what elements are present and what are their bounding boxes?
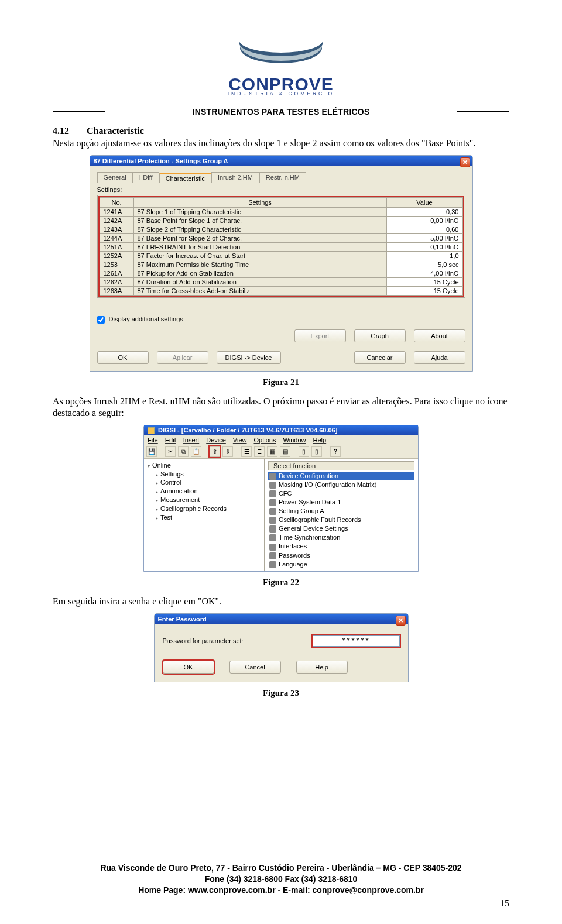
table-row[interactable]: 1252A87 Factor for Increas. of Char. at … bbox=[100, 252, 462, 260]
cell-value[interactable]: 15 Cycle bbox=[386, 278, 462, 287]
menu-window[interactable]: Window bbox=[283, 437, 306, 444]
export-button[interactable]: Export bbox=[294, 329, 346, 342]
password-title: Enter Password bbox=[158, 616, 207, 623]
cell-no: 1243A bbox=[100, 225, 133, 234]
table-row[interactable]: 1263A87 Time for Cross-block Add-on Stab… bbox=[100, 287, 462, 296]
copy-icon[interactable]: ⧉ bbox=[178, 446, 189, 457]
cell-value[interactable]: 0,60 bbox=[386, 225, 462, 234]
tab-general[interactable]: General bbox=[97, 172, 133, 183]
password-input[interactable] bbox=[313, 635, 400, 647]
tab-idiff[interactable]: I-Diff bbox=[133, 172, 159, 183]
send-to-device-icon[interactable]: ⇪ bbox=[210, 446, 220, 457]
table-row[interactable]: 1242A87 Base Point for Slope 1 of Charac… bbox=[100, 217, 462, 225]
col-value: Value bbox=[386, 198, 462, 208]
aplicar-button[interactable]: Aplicar bbox=[157, 351, 208, 364]
mid-paragraph-1: As opções Inrush 2HM e Rest. nHM não são… bbox=[53, 396, 509, 419]
table-row[interactable]: 1261A87 Pickup for Add-on Stabilization4… bbox=[100, 269, 462, 278]
list-item[interactable]: Passwords bbox=[268, 551, 414, 560]
cell-no: 1241A bbox=[100, 208, 133, 217]
cell-value[interactable]: 0,30 bbox=[386, 208, 462, 217]
list-icon[interactable]: ≣ bbox=[254, 446, 265, 457]
cell-setting: 87 Factor for Increas. of Char. at Start bbox=[133, 252, 386, 260]
tab-characteristic[interactable]: Characteristic bbox=[159, 173, 211, 183]
list-item[interactable]: Time Synchronization bbox=[268, 533, 414, 542]
tree-icon[interactable]: ☰ bbox=[241, 446, 252, 457]
list-item[interactable]: Device Configuration bbox=[268, 472, 414, 480]
menu-view[interactable]: View bbox=[233, 437, 247, 444]
paste-icon[interactable]: 📋 bbox=[191, 446, 201, 457]
close-icon[interactable]: ✕ bbox=[460, 157, 470, 167]
password-cancel-button[interactable]: Cancel bbox=[229, 661, 281, 674]
cell-value[interactable]: 0,10 I/InO bbox=[386, 243, 462, 252]
cell-value[interactable]: 4,00 I/InO bbox=[386, 269, 462, 278]
footer-line-1: Rua Visconde de Ouro Preto, 77 - Bairro … bbox=[53, 863, 509, 874]
menu-insert[interactable]: Insert bbox=[183, 437, 200, 444]
about-button[interactable]: About bbox=[414, 329, 465, 342]
list-item[interactable]: Interfaces bbox=[268, 542, 414, 551]
item-icon bbox=[269, 534, 276, 541]
cell-setting: 87 Time for Cross-block Add-on Stabiliz. bbox=[133, 287, 386, 296]
cell-value[interactable]: 5,00 I/InO bbox=[386, 234, 462, 243]
list-item[interactable]: CFC bbox=[268, 489, 414, 498]
download-icon[interactable]: ⇩ bbox=[222, 446, 233, 457]
cell-value[interactable]: 5,0 sec bbox=[386, 260, 462, 269]
password-ok-button[interactable]: OK bbox=[163, 661, 214, 674]
digsi-window: DIGSI - [Carvalho / Folder / 7UT613 V4.6… bbox=[143, 425, 419, 572]
table-row[interactable]: 1241A87 Slope 1 of Tripping Characterist… bbox=[100, 208, 462, 217]
password-label: Password for parameter set: bbox=[163, 637, 302, 644]
graph-icon[interactable]: ▤ bbox=[280, 446, 290, 457]
item-icon bbox=[269, 499, 276, 506]
page-footer: Rua Visconde de Ouro Preto, 77 - Bairro … bbox=[53, 861, 509, 909]
dialog-title: 87 Differential Protection - Settings Gr… bbox=[94, 157, 228, 164]
matrix-icon[interactable]: ▦ bbox=[267, 446, 277, 457]
digsi-tree[interactable]: OnlineSettingsControlAnnunciationMeasure… bbox=[144, 459, 265, 571]
list-item[interactable]: General Device Settings bbox=[268, 524, 414, 533]
close-icon[interactable]: ✕ bbox=[396, 616, 406, 626]
table-row[interactable]: 1251A87 I-RESTRAINT for Start Detection0… bbox=[100, 243, 462, 252]
table-row[interactable]: 125387 Maximum Permissible Starting Time… bbox=[100, 260, 462, 269]
display-additional-checkbox[interactable] bbox=[97, 316, 105, 324]
ajuda-button[interactable]: Ajuda bbox=[414, 351, 465, 364]
tab-restr[interactable]: Restr. n.HM bbox=[259, 172, 306, 183]
table-row[interactable]: 1243A87 Slope 2 of Tripping Characterist… bbox=[100, 225, 462, 234]
list-item[interactable]: Power System Data 1 bbox=[268, 498, 414, 507]
menu-edit[interactable]: Edit bbox=[165, 437, 176, 444]
tree-item[interactable]: Measurement bbox=[156, 496, 261, 504]
help-icon[interactable]: ? bbox=[330, 446, 341, 457]
settings-grid[interactable]: No. Settings Value 1241A87 Slope 1 of Tr… bbox=[98, 196, 464, 297]
cell-value[interactable]: 1,0 bbox=[386, 252, 462, 260]
tab-inrush[interactable]: Inrush 2.HM bbox=[211, 172, 259, 183]
figure-23-label: Figura 23 bbox=[53, 688, 509, 698]
stop-icon[interactable]: ▯ bbox=[311, 446, 322, 457]
list-item[interactable]: Language bbox=[268, 560, 414, 569]
tree-item[interactable]: Settings bbox=[156, 470, 261, 479]
table-row[interactable]: 1262A87 Duration of Add-on Stabilization… bbox=[100, 278, 462, 287]
tree-item[interactable]: Oscillographic Records bbox=[156, 504, 261, 513]
list-item[interactable]: Masking I/O (Configuration Matrix) bbox=[268, 480, 414, 489]
digsi-device-button[interactable]: DIGSI -> Device bbox=[217, 351, 281, 364]
tree-item[interactable]: Test bbox=[156, 513, 261, 522]
password-help-button[interactable]: Help bbox=[296, 661, 348, 674]
figure-22-label: Figura 22 bbox=[53, 578, 509, 588]
page-banner: INSTRUMENTOS PARA TESTES ELÉTRICOS bbox=[53, 107, 509, 116]
ok-button[interactable]: OK bbox=[97, 351, 149, 364]
list-item[interactable]: Setting Group A bbox=[268, 507, 414, 516]
tree-item[interactable]: Control bbox=[156, 478, 261, 487]
cancelar-button[interactable]: Cancelar bbox=[354, 351, 406, 364]
digsi-list[interactable]: Select function Device ConfigurationMask… bbox=[265, 459, 418, 571]
save-icon[interactable]: 💾 bbox=[146, 446, 157, 457]
password-dialog: Enter Password ✕ Password for parameter … bbox=[154, 613, 409, 682]
menu-help[interactable]: Help bbox=[313, 437, 327, 444]
menu-file[interactable]: File bbox=[148, 437, 158, 444]
tree-item[interactable]: Online bbox=[148, 461, 261, 470]
menu-options[interactable]: Options bbox=[254, 437, 276, 444]
tree-item[interactable]: Annunciation bbox=[156, 487, 261, 496]
graph-button[interactable]: Graph bbox=[354, 329, 406, 342]
cell-value[interactable]: 0,00 I/InO bbox=[386, 217, 462, 225]
device-icon[interactable]: ▯ bbox=[299, 446, 309, 457]
cut-icon[interactable]: ✂ bbox=[165, 446, 176, 457]
table-row[interactable]: 1244A87 Base Point for Slope 2 of Charac… bbox=[100, 234, 462, 243]
cell-value[interactable]: 15 Cycle bbox=[386, 287, 462, 296]
menu-device[interactable]: Device bbox=[206, 437, 226, 444]
list-item[interactable]: Oscillographic Fault Records bbox=[268, 516, 414, 524]
